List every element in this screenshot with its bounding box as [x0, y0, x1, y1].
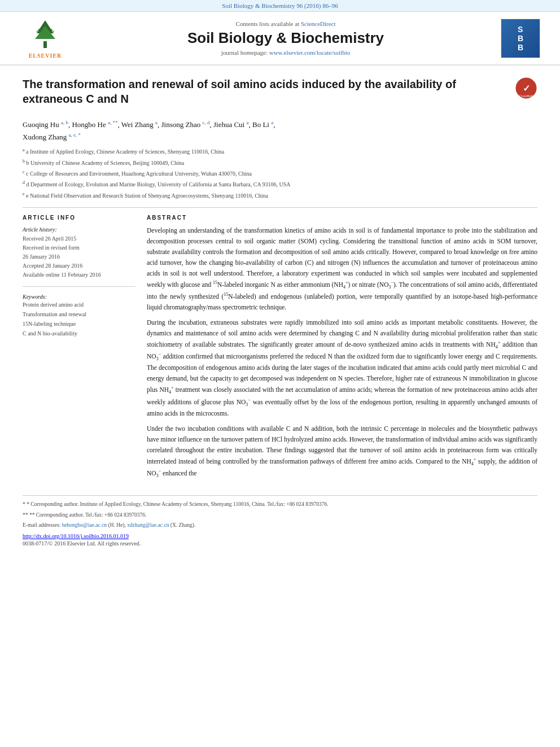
abstract-heading: ABSTRACT [147, 215, 537, 221]
journal-header: ELSEVIER Contents lists available at Sci… [0, 12, 560, 65]
sbb-logo: SBB [501, 19, 540, 58]
citation-text: Soil Biology & Biochemistry 96 (2016) 86… [222, 2, 338, 9]
journal-homepage: journal homepage: www.elsevier.com/locat… [79, 49, 492, 56]
article-title-section: The transformation and renewal of soil a… [23, 77, 537, 112]
article-info-column: ARTICLE INFO Article history: Received 2… [23, 215, 135, 484]
article-info-heading: ARTICLE INFO [23, 215, 135, 221]
available-date: Available online 11 February 2016 [23, 270, 135, 279]
journal-title-section: Contents lists available at ScienceDirec… [79, 20, 492, 56]
abstract-column: ABSTRACT Developing an understanding of … [147, 215, 537, 484]
page-footer: * * Corresponding author. Institute of A… [23, 495, 537, 547]
corresponding-note-2: ** ** Corresponding author. Tel./fax: +8… [23, 511, 537, 519]
affiliation-d: d d Department of Ecology, Evolution and… [23, 180, 537, 189]
publisher-logo-section: ELSEVIER [11, 18, 79, 59]
history-label: Article history: [23, 225, 135, 234]
affiliation-a: a a Institute of Applied Ecology, Chines… [23, 147, 537, 156]
divider [23, 207, 537, 208]
affiliations-section: a a Institute of Applied Ecology, Chines… [23, 147, 537, 200]
contents-available: Contents lists available at ScienceDirec… [79, 20, 492, 27]
revised-date: 26 January 2016 [23, 252, 135, 261]
accepted-date: Accepted 28 January 2016 [23, 261, 135, 270]
email2-link[interactable]: xdzhang@iae.ac.cn [127, 522, 169, 528]
sciencedirect-link[interactable]: ScienceDirect [301, 20, 336, 27]
received-date: Received 26 April 2015 [23, 234, 135, 243]
abstract-body: Developing an understanding of the trans… [147, 225, 537, 480]
keywords-label: Keywords: [23, 294, 135, 300]
doi-anchor[interactable]: http://dx.doi.org/10.1016/j.soilbio.2016… [23, 533, 129, 539]
abstract-para-1: Developing an understanding of the trans… [147, 225, 537, 313]
journal-homepage-link[interactable]: www.elsevier.com/locate/soilbio [269, 49, 350, 56]
article-history: Article history: Received 26 April 2015 … [23, 225, 135, 279]
authors-line: Guoqing Hu a, b, Hongbo He a, **, Wei Zh… [23, 119, 537, 143]
journal-citation-banner: Soil Biology & Biochemistry 96 (2016) 86… [0, 0, 560, 12]
article-content: The transformation and renewal of soil a… [0, 65, 560, 558]
affiliation-c: c c College of Resources and Environment… [23, 169, 537, 178]
abstract-para-3: Under the two incubation conditions with… [147, 423, 537, 480]
email1-link[interactable]: hehongbo@iae.ac.cn [62, 522, 107, 528]
keyword-3: 15N-labeling technique [23, 319, 135, 329]
svg-text:CrossMark: CrossMark [519, 94, 533, 98]
elsevier-tree-icon [28, 18, 62, 51]
revised-label: Received in revised form [23, 243, 135, 252]
doi-link: http://dx.doi.org/10.1016/j.soilbio.2016… [23, 533, 537, 539]
elsevier-text: ELSEVIER [29, 53, 62, 59]
issn-copyright: 0038-0717/© 2016 Elsevier Ltd. All right… [23, 540, 537, 547]
affiliation-e: e e National Field Observation and Resea… [23, 191, 537, 200]
corresponding-note-1: * * Corresponding author. Institute of A… [23, 500, 537, 509]
crossmark-icon: ✓ CrossMark [515, 77, 537, 99]
affiliation-b: b b University of Chinese Academy of Sci… [23, 158, 537, 168]
elsevier-logo: ELSEVIER [28, 18, 62, 59]
svg-text:✓: ✓ [523, 84, 530, 93]
article-title: The transformation and renewal of soil a… [23, 77, 506, 106]
keyword-1: Protein derived amino acid [23, 300, 135, 309]
journal-title: Soil Biology & Biochemistry [79, 29, 492, 47]
article-body: ARTICLE INFO Article history: Received 2… [23, 215, 537, 484]
keyword-4: C and N bio-availability [23, 329, 135, 338]
svg-rect-0 [43, 41, 47, 48]
journal-logo-section: SBB [492, 19, 549, 58]
keyword-2: Transformation and renewal [23, 309, 135, 319]
info-divider [23, 286, 135, 287]
abstract-para-2: During the incubation, extraneous substr… [147, 317, 537, 419]
email-footer: E-mail addresses: hehongbo@iae.ac.cn (H.… [23, 521, 537, 530]
keywords-section: Keywords: Protein derived amino acid Tra… [23, 294, 135, 338]
sbb-text: SBB [518, 25, 523, 52]
